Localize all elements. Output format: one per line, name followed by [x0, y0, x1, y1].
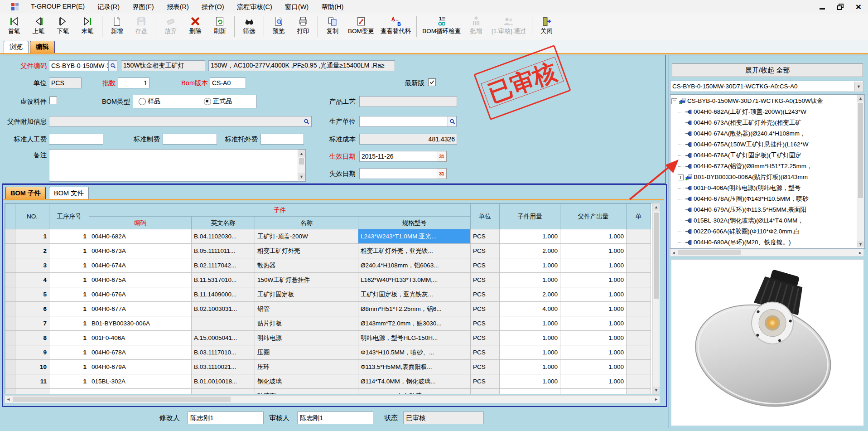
cell-code[interactable]: 004H0-675A: [89, 273, 192, 287]
cell-eng-name[interactable]: B.02.1003031...: [192, 302, 255, 316]
cell-code[interactable]: 004H0-678A: [89, 345, 192, 360]
cell-seq[interactable]: 1: [49, 244, 89, 258]
expire-date-calendar-icon[interactable]: 31: [437, 168, 447, 179]
cell-parent-qty[interactable]: 1.000: [560, 331, 627, 345]
cell-no[interactable]: 6: [15, 302, 49, 316]
cell-parent-qty[interactable]: 1.000: [560, 389, 627, 395]
cell-unit[interactable]: PCS: [471, 345, 500, 360]
cell-spec[interactable]: 明纬电源，型号HLG-150H...: [358, 331, 471, 345]
cell-selector[interactable]: [5, 331, 15, 345]
tree-item[interactable]: 002Z0-606A(硅胶圈)(Φ110*Φ2.0mm,白: [671, 226, 854, 237]
cell-extra[interactable]: [627, 229, 651, 244]
cell-qty[interactable]: 1.000: [500, 316, 560, 331]
table-scroll-down-icon[interactable]: ▼: [653, 387, 660, 394]
cell-code[interactable]: 001F0-406A: [89, 331, 192, 345]
cell-seq[interactable]: 1: [49, 331, 89, 345]
cell-spec[interactable]: Ø143mm*T2.0mm，贴3030...: [358, 316, 471, 331]
cell-no[interactable]: 11: [15, 374, 49, 389]
cell-qty[interactable]: 1.000: [500, 331, 560, 345]
batch-input[interactable]: 1: [118, 77, 149, 88]
remark-scroll-down-icon[interactable]: ▼: [298, 173, 305, 180]
bom-type-radio-official[interactable]: 正式品: [204, 97, 232, 106]
cell-seq[interactable]: 1: [49, 273, 89, 287]
tree-scroll-left-icon[interactable]: ◄: [670, 249, 677, 256]
tab-edit[interactable]: 编辑: [30, 41, 55, 53]
cell-name[interactable]: 钢化玻璃: [255, 374, 358, 389]
table-scroll-right-icon[interactable]: ►: [653, 396, 660, 403]
cell-code[interactable]: 015BL-302A: [89, 374, 192, 389]
parent-extra-search-icon[interactable]: [302, 116, 311, 127]
menu-item[interactable]: 报表(R): [160, 1, 195, 13]
cell-spec[interactable]: Φ110*Φ2.0，白色硅胶...: [358, 389, 471, 395]
tree-item[interactable]: 004H0-677A(铝管)(Ø8mm*H51*T2.25mm，: [671, 161, 854, 172]
parent-code-input[interactable]: CS-BYB-0-150MW-3: [49, 60, 109, 71]
minimize-button[interactable]: [816, 2, 828, 12]
cell-extra[interactable]: [627, 273, 651, 287]
table-scroll-up-icon[interactable]: ▲: [653, 203, 660, 211]
effective-date-calendar-icon[interactable]: 31: [437, 151, 447, 162]
cell-eng-name[interactable]: B.11.1409000...: [192, 287, 255, 302]
cell-spec[interactable]: Ø8mm*H51*T2.25mm，铝6...: [358, 302, 471, 316]
cell-parent-qty[interactable]: 1.000: [560, 316, 627, 331]
tree-item[interactable]: 001F0-406A(明纬电源)(明纬电源，型号: [671, 183, 854, 194]
toolbar-button-preview[interactable]: 预览: [266, 14, 291, 40]
cell-no[interactable]: 5: [15, 287, 49, 302]
cell-eng-name[interactable]: B.12.0540000...: [192, 389, 255, 395]
cell-selector[interactable]: [5, 287, 15, 302]
labor-cost-input[interactable]: [49, 134, 103, 145]
tree-collapse-icon[interactable]: [671, 98, 677, 104]
cell-extra[interactable]: [627, 345, 651, 360]
cell-eng-name[interactable]: B.02.1117042...: [192, 258, 255, 273]
cell-name[interactable]: 硅胶圈: [255, 389, 358, 395]
tree-item[interactable]: B01-BYB00330-006A(贴片灯板)(Ø143mm: [671, 172, 854, 183]
tree-item[interactable]: 004H0-676A(工矿灯固定板)(工矿灯固定: [671, 150, 854, 161]
cell-extra[interactable]: [627, 316, 651, 331]
cell-unit[interactable]: PCS: [471, 273, 500, 287]
cell-no[interactable]: 7: [15, 316, 49, 331]
effective-date-input[interactable]: 2015-11-26: [359, 151, 437, 162]
cell-selector[interactable]: [5, 374, 15, 389]
cell-spec[interactable]: 工矿灯固定板，亚光铁灰...: [358, 287, 471, 302]
cell-code[interactable]: B01-BYB00330-006A: [89, 316, 192, 331]
cell-parent-qty[interactable]: 1.000: [560, 229, 627, 244]
cell-parent-qty[interactable]: 1.000: [560, 273, 627, 287]
cell-code[interactable]: 004H0-677A: [89, 302, 192, 316]
cell-spec[interactable]: Ø240.4*H108mm，铝6063...: [358, 258, 471, 273]
cell-no[interactable]: 2: [15, 244, 49, 258]
cell-seq[interactable]: 1: [49, 389, 89, 395]
cell-qty[interactable]: 4.000: [500, 302, 560, 316]
tree-item[interactable]: 004H0-678A(压圈)(Φ143*H10.5MM，喷砂: [671, 194, 854, 204]
cell-extra[interactable]: [627, 244, 651, 258]
cell-selector[interactable]: [5, 389, 15, 395]
restore-button[interactable]: [834, 2, 846, 12]
cell-no[interactable]: 8: [15, 331, 49, 345]
cell-no[interactable]: 12: [15, 389, 49, 395]
cell-code[interactable]: 004H0-676A: [89, 287, 192, 302]
cell-seq[interactable]: 1: [49, 374, 89, 389]
cell-selector[interactable]: [5, 258, 15, 273]
cell-qty[interactable]: 1.000: [500, 229, 560, 244]
toolbar-button-print[interactable]: 打印: [291, 14, 315, 40]
cell-no[interactable]: 9: [15, 345, 49, 360]
outsource-cost-input[interactable]: [260, 134, 304, 145]
table-vscrollbar[interactable]: ▲ ▼: [652, 203, 660, 394]
cell-code[interactable]: 004H0-679A: [89, 360, 192, 374]
cell-parent-qty[interactable]: 1.000: [560, 345, 627, 360]
cell-spec[interactable]: 相变工矿灯外壳，亚光铁...: [358, 244, 471, 258]
bom-type-radio-sample[interactable]: 样品: [139, 97, 160, 106]
cell-no[interactable]: 3: [15, 258, 49, 273]
table-scroll-left-icon[interactable]: ◄: [5, 396, 12, 403]
cell-name[interactable]: 工矿灯-顶盖-200W: [255, 229, 358, 244]
cell-extra[interactable]: [627, 258, 651, 273]
tab-bom-children[interactable]: BOM 子件: [5, 187, 46, 199]
toolbar-button-new[interactable]: 新增: [105, 14, 129, 40]
cell-unit[interactable]: PCS: [471, 316, 500, 331]
cell-no[interactable]: 4: [15, 273, 49, 287]
cell-eng-name[interactable]: A.15.0005041...: [192, 331, 255, 345]
cell-selector[interactable]: [5, 273, 15, 287]
parent-code-search-icon[interactable]: [108, 60, 117, 71]
cell-spec[interactable]: Φ143*H10.5MM，喷砂、...: [358, 345, 471, 360]
cell-code[interactable]: 002Z0-606A: [89, 389, 192, 395]
toolbar-button-bom-loop[interactable]: 1BOM循环检查: [419, 14, 464, 40]
cell-selector[interactable]: [5, 345, 15, 360]
